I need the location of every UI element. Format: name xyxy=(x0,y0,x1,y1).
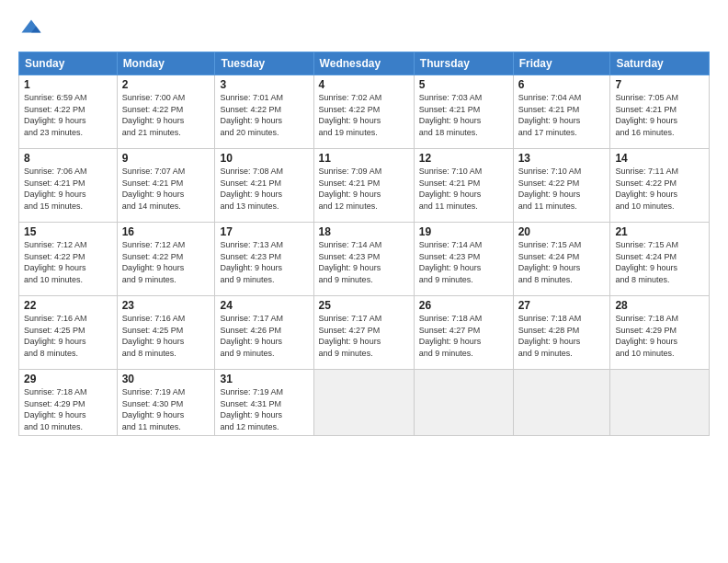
day-cell: 3Sunrise: 7:01 AM Sunset: 4:22 PM Daylig… xyxy=(215,75,313,149)
day-number: 8 xyxy=(24,152,112,165)
day-number: 25 xyxy=(319,299,409,312)
day-cell: 24Sunrise: 7:17 AM Sunset: 4:26 PM Dayli… xyxy=(215,296,313,370)
header xyxy=(18,17,710,42)
day-info: Sunrise: 7:17 AM Sunset: 4:26 PM Dayligh… xyxy=(220,313,308,359)
week-row-4: 22Sunrise: 7:16 AM Sunset: 4:25 PM Dayli… xyxy=(19,296,710,370)
day-number: 14 xyxy=(615,152,704,165)
day-number: 20 xyxy=(518,225,606,238)
day-cell: 25Sunrise: 7:17 AM Sunset: 4:27 PM Dayli… xyxy=(313,296,414,370)
day-cell: 31Sunrise: 7:19 AM Sunset: 4:31 PM Dayli… xyxy=(215,370,313,436)
calendar: SundayMondayTuesdayWednesdayThursdayFrid… xyxy=(18,52,710,436)
day-header-saturday: Saturday xyxy=(610,52,710,75)
day-info: Sunrise: 7:10 AM Sunset: 4:22 PM Dayligh… xyxy=(518,166,606,212)
day-info: Sunrise: 7:07 AM Sunset: 4:21 PM Dayligh… xyxy=(122,166,210,212)
day-cell: 5Sunrise: 7:03 AM Sunset: 4:21 PM Daylig… xyxy=(414,75,513,149)
day-cell: 14Sunrise: 7:11 AM Sunset: 4:22 PM Dayli… xyxy=(610,149,710,223)
day-cell: 10Sunrise: 7:08 AM Sunset: 4:21 PM Dayli… xyxy=(215,149,313,223)
day-info: Sunrise: 7:19 AM Sunset: 4:31 PM Dayligh… xyxy=(220,386,308,432)
day-number: 29 xyxy=(24,373,112,385)
day-info: Sunrise: 7:14 AM Sunset: 4:23 PM Dayligh… xyxy=(319,239,409,285)
day-number: 28 xyxy=(615,299,704,312)
day-cell xyxy=(610,370,710,436)
day-number: 15 xyxy=(24,225,112,238)
day-cell xyxy=(313,370,414,436)
day-info: Sunrise: 7:15 AM Sunset: 4:24 PM Dayligh… xyxy=(615,239,704,285)
day-info: Sunrise: 7:17 AM Sunset: 4:27 PM Dayligh… xyxy=(319,313,409,359)
day-number: 2 xyxy=(122,78,210,91)
header-row: SundayMondayTuesdayWednesdayThursdayFrid… xyxy=(19,52,710,75)
day-number: 18 xyxy=(319,225,409,238)
day-info: Sunrise: 7:10 AM Sunset: 4:21 PM Dayligh… xyxy=(419,166,508,212)
day-info: Sunrise: 7:03 AM Sunset: 4:21 PM Dayligh… xyxy=(419,92,508,138)
day-number: 3 xyxy=(220,78,308,91)
day-number: 17 xyxy=(220,225,308,238)
day-cell: 15Sunrise: 7:12 AM Sunset: 4:22 PM Dayli… xyxy=(19,223,118,296)
day-info: Sunrise: 7:05 AM Sunset: 4:21 PM Dayligh… xyxy=(615,92,704,138)
day-info: Sunrise: 7:16 AM Sunset: 4:25 PM Dayligh… xyxy=(122,313,210,359)
day-cell: 29Sunrise: 7:18 AM Sunset: 4:29 PM Dayli… xyxy=(19,370,118,436)
day-number: 9 xyxy=(122,152,210,165)
day-number: 7 xyxy=(615,78,704,91)
day-cell: 17Sunrise: 7:13 AM Sunset: 4:23 PM Dayli… xyxy=(215,223,313,296)
logo xyxy=(18,17,48,42)
day-info: Sunrise: 7:18 AM Sunset: 4:29 PM Dayligh… xyxy=(24,386,112,432)
day-number: 31 xyxy=(220,373,308,385)
day-number: 5 xyxy=(419,78,508,91)
day-header-thursday: Thursday xyxy=(414,52,513,75)
day-info: Sunrise: 7:00 AM Sunset: 4:22 PM Dayligh… xyxy=(122,92,210,138)
day-cell: 30Sunrise: 7:19 AM Sunset: 4:30 PM Dayli… xyxy=(117,370,215,436)
day-cell: 1Sunrise: 6:59 AM Sunset: 4:22 PM Daylig… xyxy=(19,75,118,149)
day-cell xyxy=(414,370,513,436)
day-cell: 2Sunrise: 7:00 AM Sunset: 4:22 PM Daylig… xyxy=(117,75,215,149)
day-number: 13 xyxy=(518,152,606,165)
day-number: 12 xyxy=(419,152,508,165)
day-cell: 4Sunrise: 7:02 AM Sunset: 4:22 PM Daylig… xyxy=(313,75,414,149)
day-header-wednesday: Wednesday xyxy=(313,52,414,75)
day-info: Sunrise: 7:18 AM Sunset: 4:27 PM Dayligh… xyxy=(419,313,508,359)
day-number: 26 xyxy=(419,299,508,312)
day-info: Sunrise: 7:16 AM Sunset: 4:25 PM Dayligh… xyxy=(24,313,112,359)
day-cell: 11Sunrise: 7:09 AM Sunset: 4:21 PM Dayli… xyxy=(313,149,414,223)
day-info: Sunrise: 7:06 AM Sunset: 4:21 PM Dayligh… xyxy=(24,166,112,212)
day-header-sunday: Sunday xyxy=(19,52,118,75)
day-info: Sunrise: 7:18 AM Sunset: 4:28 PM Dayligh… xyxy=(518,313,606,359)
day-cell: 27Sunrise: 7:18 AM Sunset: 4:28 PM Dayli… xyxy=(513,296,610,370)
day-number: 27 xyxy=(518,299,606,312)
day-info: Sunrise: 7:14 AM Sunset: 4:23 PM Dayligh… xyxy=(419,239,508,285)
day-cell: 8Sunrise: 7:06 AM Sunset: 4:21 PM Daylig… xyxy=(19,149,118,223)
day-cell: 13Sunrise: 7:10 AM Sunset: 4:22 PM Dayli… xyxy=(513,149,610,223)
day-header-friday: Friday xyxy=(513,52,610,75)
day-cell: 23Sunrise: 7:16 AM Sunset: 4:25 PM Dayli… xyxy=(117,296,215,370)
day-number: 16 xyxy=(122,225,210,238)
day-number: 24 xyxy=(220,299,308,312)
day-cell: 20Sunrise: 7:15 AM Sunset: 4:24 PM Dayli… xyxy=(513,223,610,296)
day-header-monday: Monday xyxy=(117,52,215,75)
day-cell: 7Sunrise: 7:05 AM Sunset: 4:21 PM Daylig… xyxy=(610,75,710,149)
day-info: Sunrise: 7:12 AM Sunset: 4:22 PM Dayligh… xyxy=(24,239,112,285)
day-cell: 18Sunrise: 7:14 AM Sunset: 4:23 PM Dayli… xyxy=(313,223,414,296)
week-row-1: 1Sunrise: 6:59 AM Sunset: 4:22 PM Daylig… xyxy=(19,75,710,149)
page: SundayMondayTuesdayWednesdayThursdayFrid… xyxy=(0,0,728,445)
day-info: Sunrise: 7:15 AM Sunset: 4:24 PM Dayligh… xyxy=(518,239,606,285)
day-info: Sunrise: 7:09 AM Sunset: 4:21 PM Dayligh… xyxy=(319,166,409,212)
day-cell: 21Sunrise: 7:15 AM Sunset: 4:24 PM Dayli… xyxy=(610,223,710,296)
day-number: 10 xyxy=(220,152,308,165)
day-info: Sunrise: 6:59 AM Sunset: 4:22 PM Dayligh… xyxy=(24,92,112,138)
week-row-5: 29Sunrise: 7:18 AM Sunset: 4:29 PM Dayli… xyxy=(19,370,710,436)
day-number: 21 xyxy=(615,225,704,238)
day-number: 19 xyxy=(419,225,508,238)
day-number: 4 xyxy=(319,78,409,91)
day-info: Sunrise: 7:11 AM Sunset: 4:22 PM Dayligh… xyxy=(615,166,704,212)
logo-icon xyxy=(18,17,44,42)
day-info: Sunrise: 7:02 AM Sunset: 4:22 PM Dayligh… xyxy=(319,92,409,138)
day-cell: 9Sunrise: 7:07 AM Sunset: 4:21 PM Daylig… xyxy=(117,149,215,223)
day-number: 11 xyxy=(319,152,409,165)
day-cell: 26Sunrise: 7:18 AM Sunset: 4:27 PM Dayli… xyxy=(414,296,513,370)
week-row-3: 15Sunrise: 7:12 AM Sunset: 4:22 PM Dayli… xyxy=(19,223,710,296)
day-cell: 6Sunrise: 7:04 AM Sunset: 4:21 PM Daylig… xyxy=(513,75,610,149)
day-number: 23 xyxy=(122,299,210,312)
day-number: 22 xyxy=(24,299,112,312)
day-header-tuesday: Tuesday xyxy=(215,52,313,75)
day-info: Sunrise: 7:04 AM Sunset: 4:21 PM Dayligh… xyxy=(518,92,606,138)
day-number: 6 xyxy=(518,78,606,91)
